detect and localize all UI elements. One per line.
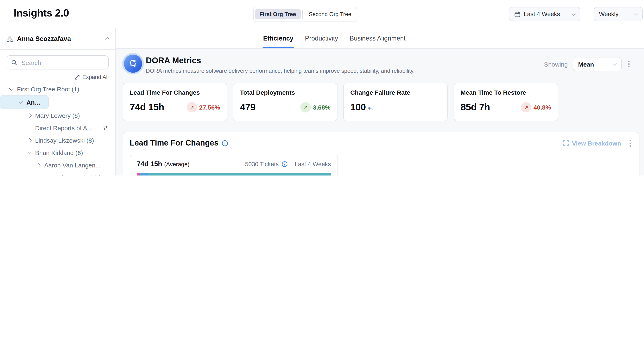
lead-time-menu-button[interactable] — [628, 138, 632, 148]
tickets-count: 5030 Tickets — [245, 161, 279, 167]
main-area: EfficiencyProductivityBusiness Alignment… — [116, 28, 644, 176]
showing-label: Showing — [544, 61, 568, 68]
chevron-right-icon[interactable] — [28, 114, 35, 117]
search-input[interactable] — [21, 59, 104, 66]
tree-item[interactable]: Direct Reports of A... — [0, 122, 115, 134]
granularity-value: Weekly — [599, 11, 631, 17]
metric-card: Lead Time For Changes74d 15h↗27.56% — [123, 83, 227, 121]
view-breakdown-button[interactable]: View Breakdown — [563, 140, 621, 147]
metric-card-title: Mean Time To Restore — [460, 89, 551, 96]
tree-item[interactable]: Brian Kirkland (6) — [0, 146, 115, 159]
tree-item[interactable]: Aaron Van Langen... — [0, 159, 115, 171]
granularity-dropdown[interactable]: Weekly — [594, 7, 643, 21]
app-title: Insights 2.0 — [14, 7, 69, 19]
tab-efficiency[interactable]: Efficiency — [262, 28, 294, 48]
summary-bar-segment-planning — [137, 173, 140, 176]
org-tree: First Org Tree Root (1)Anna Scozzafava (… — [0, 83, 115, 176]
search-icon — [11, 59, 17, 66]
chevron-up-icon[interactable] — [105, 37, 109, 41]
tree-item-label: Direct Reports of A... — [35, 124, 102, 131]
tree-item[interactable]: Sireesha Kunduri (7) — [0, 171, 115, 176]
metric-card-value: 74d 15h — [130, 102, 164, 113]
expand-corners-icon — [563, 140, 569, 146]
metric-card-title: Total Deployments — [240, 89, 330, 96]
tree-item-label: Brian Kirkland (6) — [35, 149, 115, 156]
metric-card-value: 479 — [240, 102, 256, 113]
lead-time-panel: Lead Time For Changes — [123, 132, 640, 176]
chevron-down-icon — [572, 11, 576, 16]
chevron-right-icon[interactable] — [28, 139, 35, 142]
info-icon[interactable] — [282, 161, 287, 167]
delta-badge: ↗27.56% — [187, 102, 220, 112]
metric-card-title: Change Failure Rate — [350, 89, 441, 96]
tab-bar: EfficiencyProductivityBusiness Alignment — [116, 28, 644, 49]
sidebar-user-header[interactable]: Anna Scozzafava — [0, 28, 115, 50]
chevron-down-icon[interactable] — [10, 88, 17, 90]
insights-app: Insights 2.0 First Org Tree Second Org T… — [0, 0, 644, 176]
average-summary-card: 74d 15h (Average) 5030 Tickets — [130, 154, 338, 176]
metric-card: Mean Time To Restore85d 7h↗40.8% — [454, 83, 558, 121]
tree-item-label: Lindsay Liszewski (8) — [35, 137, 115, 144]
toggle-second-org-tree[interactable]: Second Org Tree — [304, 9, 356, 20]
tab-productivity[interactable]: Productivity — [304, 28, 339, 48]
delta-percent: 3.68% — [313, 104, 330, 111]
tree-item[interactable]: First Org Tree Root (1) — [0, 83, 115, 95]
metric-card-title: Lead Time For Changes — [130, 89, 220, 96]
dora-subtitle: DORA metrics measure software delivery p… — [146, 68, 415, 74]
tree-item-label: Sireesha Kunduri (7) — [44, 174, 115, 176]
dora-menu-button[interactable] — [626, 59, 631, 69]
toggle-divider — [302, 10, 302, 19]
summary-bar-segment-deployment — [148, 173, 331, 176]
tree-item[interactable]: Lindsay Liszewski (8) — [0, 134, 115, 146]
summary-period: Last 4 Weeks — [295, 161, 331, 167]
delta-percent: 27.56% — [199, 104, 220, 111]
showing-select[interactable]: Mean — [573, 57, 622, 71]
expand-all-icon — [74, 74, 80, 80]
average-value: 74d 15h — [137, 160, 162, 168]
date-range-dropdown[interactable]: Last 4 Weeks — [509, 7, 580, 21]
chevron-down-icon — [634, 11, 638, 16]
delta-badge: ↗3.68% — [300, 102, 330, 112]
top-header: Insights 2.0 First Org Tree Second Org T… — [0, 0, 644, 28]
metric-card-value: 100 — [350, 102, 366, 113]
tree-item-label: Aaron Van Langen... — [44, 161, 115, 168]
date-range-value: Last 4 Weeks — [524, 11, 569, 17]
tree-item-label: First Org Tree Root (1) — [17, 85, 115, 92]
sidebar-user-name: Anna Scozzafava — [17, 35, 102, 42]
trend-up-arrow-icon: ↗ — [300, 102, 311, 112]
trend-up-arrow-icon: ↗ — [187, 102, 197, 112]
expand-all-button[interactable]: Expand All — [6, 74, 109, 80]
summary-bar-segment-review — [140, 173, 148, 176]
dora-header: DORA Metrics DORA metrics measure softwa… — [123, 54, 640, 79]
calendar-icon — [514, 11, 520, 17]
metric-card-value: 85d 7h — [460, 102, 490, 113]
info-icon[interactable] — [222, 140, 228, 146]
toggle-first-org-tree[interactable]: First Org Tree — [255, 9, 300, 20]
tree-item-label: Anna Scozzafava (7) — [26, 99, 43, 106]
lead-time-title: Lead Time For Changes — [130, 139, 228, 148]
view-breakdown-label: View Breakdown — [572, 140, 621, 147]
showing-value: Mean — [578, 61, 613, 68]
metric-card: Change Failure Rate100% — [343, 83, 448, 121]
tree-item[interactable]: Mary Lowery (6) — [0, 109, 115, 122]
tree-item[interactable]: Anna Scozzafava (7) — [0, 95, 49, 109]
tab-business-alignment[interactable]: Business Alignment — [349, 28, 406, 48]
trend-up-arrow-icon: ↗ — [521, 102, 532, 112]
chevron-down-icon[interactable] — [28, 151, 35, 154]
org-chart-icon — [6, 35, 13, 42]
content-area: DORA Metrics DORA metrics measure softwa… — [116, 49, 644, 176]
expand-all-label: Expand All — [82, 74, 109, 80]
sidebar: Anna Scozzafava Expand All First Org Tre… — [0, 28, 116, 176]
dora-title: DORA Metrics — [146, 56, 201, 65]
search-box — [6, 55, 109, 70]
metric-cards: Lead Time For Changes74d 15h↗27.56%Total… — [123, 83, 640, 121]
average-stacked-bar — [137, 173, 331, 176]
filter-sliders-icon[interactable] — [102, 125, 109, 131]
chevron-down-icon[interactable] — [20, 101, 26, 104]
delta-badge: ↗40.8% — [521, 102, 551, 112]
delta-percent: 40.8% — [534, 104, 551, 111]
chevron-right-icon[interactable] — [37, 164, 44, 166]
chevron-down-icon — [612, 61, 617, 66]
metric-card: Total Deployments479↗3.68% — [233, 83, 338, 121]
tree-item-label: Mary Lowery (6) — [35, 112, 115, 119]
